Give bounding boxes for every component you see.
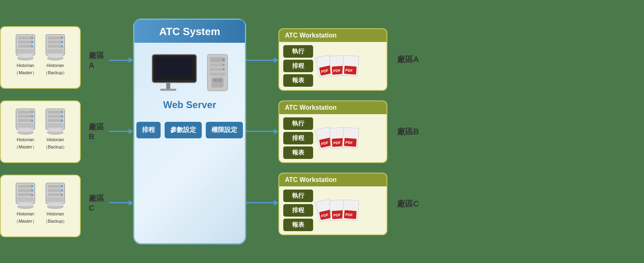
connector-line-rc — [246, 202, 274, 203]
zone-b-right-row: ATC Workstation 執行 排程 報表 PDF — [278, 98, 436, 165]
left-connectors: 廠區A 廠區B 廠區C — [89, 25, 133, 238]
server-backup-sub-a: （Backup） — [44, 70, 67, 75]
svg-rect-76 — [218, 79, 222, 82]
right-workstation-section: ATC Workstation 執行 排程 報表 PDF — [278, 26, 436, 237]
svg-point-5 — [31, 41, 33, 43]
connector-arrow-rc — [274, 200, 278, 206]
zone-a-right-row: ATC Workstation 執行 排程 報表 PDF — [278, 26, 436, 93]
connector-a-right — [246, 57, 278, 63]
ws-btn-schedule-b[interactable]: 排程 — [283, 132, 313, 144]
svg-rect-42 — [18, 189, 33, 192]
historian-panel-b: Historian （Master） — [0, 100, 81, 163]
btn-permission[interactable]: 權限設定 — [206, 122, 243, 138]
zone-b-label-left: 廠區B — [89, 122, 109, 141]
server-master-sub-a: （Master） — [14, 70, 37, 75]
svg-rect-37 — [47, 123, 63, 127]
server-master-label-a: Historian — [17, 63, 34, 68]
ws-btn-schedule-a[interactable]: 排程 — [283, 60, 313, 72]
ws-buttons-a: 執行 排程 報表 — [283, 45, 313, 87]
svg-point-44 — [31, 185, 33, 187]
svg-text:PDF: PDF — [333, 213, 341, 217]
ws-buttons-c: 執行 排程 報表 — [283, 190, 313, 231]
zone-a-label-right: 廠區A — [397, 54, 419, 65]
connector-line-b — [109, 131, 129, 132]
workstation-panel-c: ATC Workstation 執行 排程 報表 PDF — [278, 173, 387, 235]
svg-point-39 — [47, 128, 63, 132]
svg-point-9 — [17, 54, 33, 58]
connector-b-left: 廠區B — [89, 122, 133, 141]
svg-point-25 — [31, 115, 33, 117]
connector-arrow-c — [129, 200, 133, 206]
ws-btn-report-b[interactable]: 報表 — [283, 146, 313, 159]
tower-icon — [206, 52, 229, 93]
webserver-label: Web Server — [163, 99, 216, 111]
svg-rect-1 — [18, 36, 33, 39]
svg-rect-23 — [18, 119, 33, 121]
server-master-icon-a — [13, 33, 38, 61]
ws-btn-execute-a[interactable]: 執行 — [283, 45, 313, 58]
atc-system-title: ATC System — [134, 20, 245, 43]
connector-arrow-b — [129, 129, 133, 134]
svg-rect-75 — [213, 79, 217, 82]
svg-point-36 — [61, 120, 63, 122]
connector-c-left: 廠區C — [89, 193, 133, 213]
server-backup-sub-b: （Backup） — [44, 144, 67, 150]
svg-rect-43 — [18, 193, 33, 196]
svg-rect-21 — [18, 111, 33, 113]
left-historian-section: Historian （Master） — [0, 23, 89, 240]
ws-btn-report-c[interactable]: 報表 — [283, 219, 313, 231]
server-backup-label-b: Historian — [46, 137, 64, 142]
ws-title-a: ATC Workstation — [279, 29, 387, 42]
svg-rect-70 — [210, 73, 225, 76]
svg-point-72 — [223, 64, 224, 66]
svg-rect-51 — [48, 185, 63, 188]
connector-a-left: 廠區A — [89, 50, 133, 70]
monitor-icon — [150, 52, 203, 93]
connector-c-right — [246, 200, 278, 206]
historian-panel-a: Historian （Master） — [0, 26, 81, 89]
webserver-image — [150, 52, 229, 93]
svg-rect-41 — [18, 185, 33, 188]
pdf-stack-b: PDF PDF PDF — [319, 127, 359, 149]
svg-point-35 — [61, 115, 63, 117]
connector-b-right — [246, 129, 278, 134]
connector-line-c — [109, 202, 129, 203]
connector-arrow-rb — [274, 129, 278, 134]
right-connectors — [246, 25, 278, 238]
server-master-a: Historian （Master） — [13, 33, 38, 76]
svg-text:PDF: PDF — [333, 141, 341, 145]
svg-rect-11 — [48, 36, 63, 39]
historian-panel-c: Historian （Master） — [0, 175, 81, 237]
zone-a-left-row: Historian （Master） — [0, 23, 89, 92]
ws-btn-execute-b[interactable]: 執行 — [283, 117, 313, 130]
svg-point-16 — [61, 46, 63, 48]
zone-c-label-right: 廠區C — [397, 198, 419, 209]
ws-btn-execute-c[interactable]: 執行 — [283, 190, 313, 202]
svg-rect-62 — [166, 83, 170, 89]
svg-point-15 — [61, 41, 63, 43]
connector-arrow-a — [129, 57, 133, 63]
svg-rect-13 — [48, 44, 63, 47]
svg-rect-2 — [18, 40, 33, 43]
svg-point-55 — [61, 190, 63, 192]
svg-rect-17 — [47, 49, 63, 53]
ws-btn-report-a[interactable]: 報表 — [283, 74, 313, 87]
server-backup-icon-b — [43, 107, 67, 135]
svg-point-6 — [31, 46, 33, 48]
ws-content-b: 執行 排程 報表 PDF PDF — [279, 114, 387, 161]
svg-point-54 — [61, 185, 63, 187]
svg-rect-57 — [47, 197, 63, 202]
btn-param[interactable]: 參數設定 — [165, 122, 202, 138]
svg-point-59 — [47, 202, 63, 206]
zone-b-label-right: 廠區B — [397, 126, 419, 137]
svg-rect-52 — [48, 189, 63, 192]
zone-a-label-left: 廠區A — [89, 50, 109, 70]
svg-text:PDF: PDF — [345, 140, 353, 145]
svg-rect-47 — [17, 197, 33, 202]
btn-schedule[interactable]: 排程 — [136, 122, 161, 138]
zone-c-label-left: 廠區C — [89, 193, 109, 213]
svg-rect-22 — [18, 115, 33, 117]
ws-btn-schedule-c[interactable]: 排程 — [283, 204, 313, 217]
zone-c-left-row: Historian （Master） — [0, 171, 89, 240]
server-master-icon-c — [13, 181, 38, 209]
